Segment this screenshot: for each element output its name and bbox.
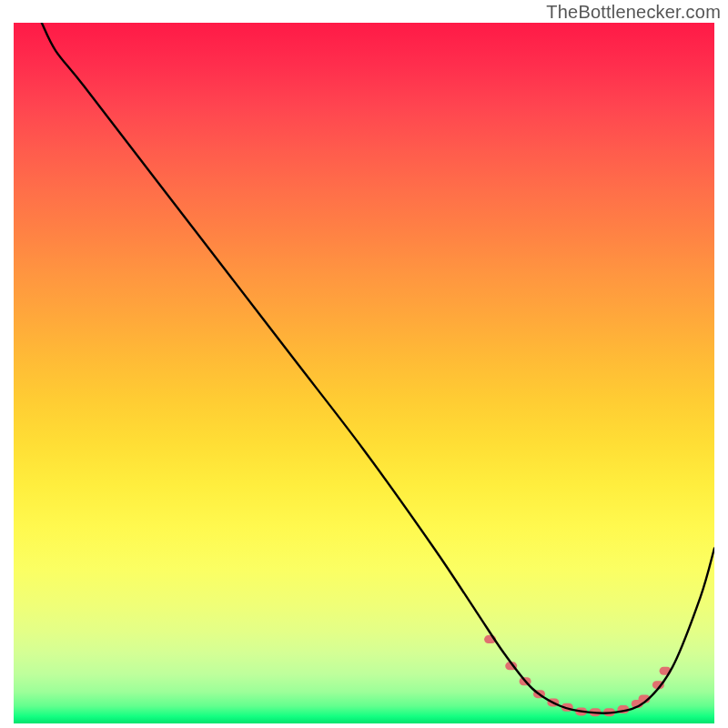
watermark-text: TheBottlenecker.com	[546, 2, 721, 23]
chart-svg	[14, 23, 714, 723]
bottleneck-curve-line	[42, 23, 714, 713]
chart-frame: TheBottlenecker.com	[0, 0, 728, 728]
